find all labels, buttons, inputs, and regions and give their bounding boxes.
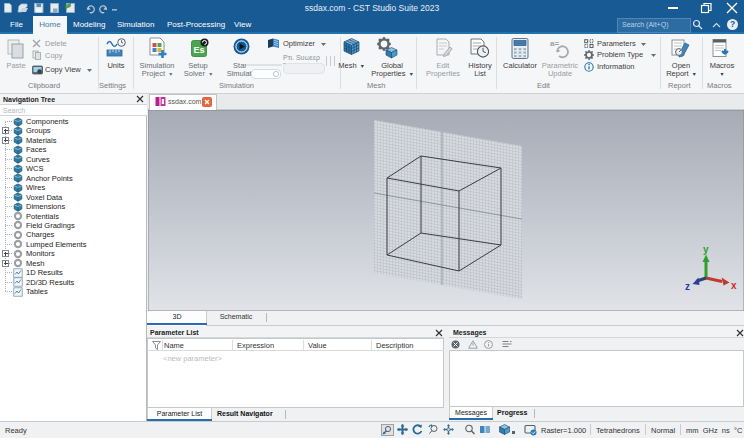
svg-text:Es: Es [193, 45, 204, 55]
svg-text:?: ? [730, 19, 735, 29]
svg-text:a=: a= [550, 39, 559, 48]
svg-text:x: x [731, 280, 737, 291]
svg-text:y: y [703, 244, 709, 255]
svg-text:z: z [685, 281, 690, 292]
